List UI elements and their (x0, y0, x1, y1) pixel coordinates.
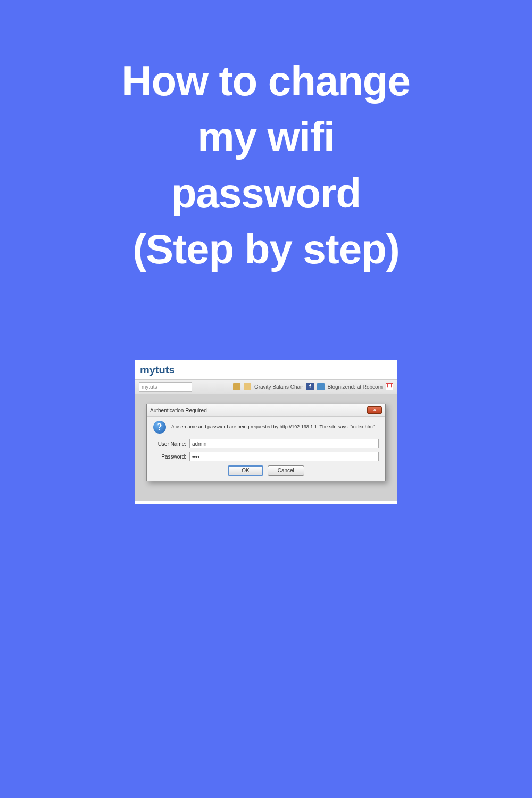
bookmark-link[interactable]: Gravity Balans Chair (254, 384, 303, 390)
dialog-titlebar: Authentication Required ✕ (147, 404, 385, 417)
browser-tab-title: mytuts (135, 360, 397, 379)
password-field[interactable] (189, 452, 379, 461)
username-field[interactable] (189, 439, 379, 448)
folder-icon[interactable] (244, 383, 251, 390)
address-bar[interactable] (139, 382, 192, 392)
bookmark-icon[interactable] (317, 383, 325, 390)
dialog-title: Authentication Required (150, 408, 207, 413)
page-content-area: Authentication Required ✕ ? A username a… (135, 394, 397, 501)
info-icon: ? (153, 421, 166, 434)
authentication-dialog: Authentication Required ✕ ? A username a… (146, 404, 386, 481)
bookmark-link[interactable]: Blognizend: at Robcom (328, 384, 383, 390)
facebook-icon[interactable]: f (306, 383, 314, 390)
close-button[interactable]: ✕ (367, 406, 382, 414)
info-row: ? A username and password are being requ… (153, 421, 379, 434)
username-label: User Name: (153, 441, 186, 447)
title-line-2: my wifi (0, 109, 532, 165)
password-row: Password: (153, 452, 379, 461)
title-line-4: (Step by step) (0, 221, 532, 277)
dialog-body: ? A username and password are being requ… (147, 417, 385, 481)
ok-button[interactable]: OK (228, 466, 263, 476)
screenshot-panel: mytuts Gravity Balans Chair f Blognizend… (135, 360, 397, 504)
gmail-icon[interactable] (386, 383, 393, 390)
password-label: Password: (153, 454, 186, 460)
page-title: How to change my wifi password (Step by … (0, 0, 532, 277)
dialog-message: A username and password are being reques… (171, 424, 375, 430)
title-line-3: password (0, 165, 532, 221)
browser-toolbar: Gravity Balans Chair f Blognizend: at Ro… (135, 379, 397, 394)
folder-icon[interactable] (233, 383, 240, 390)
username-row: User Name: (153, 439, 379, 448)
dialog-buttons: OK Cancel (153, 466, 379, 476)
title-line-1: How to change (0, 53, 532, 109)
cancel-button[interactable]: Cancel (268, 466, 304, 476)
